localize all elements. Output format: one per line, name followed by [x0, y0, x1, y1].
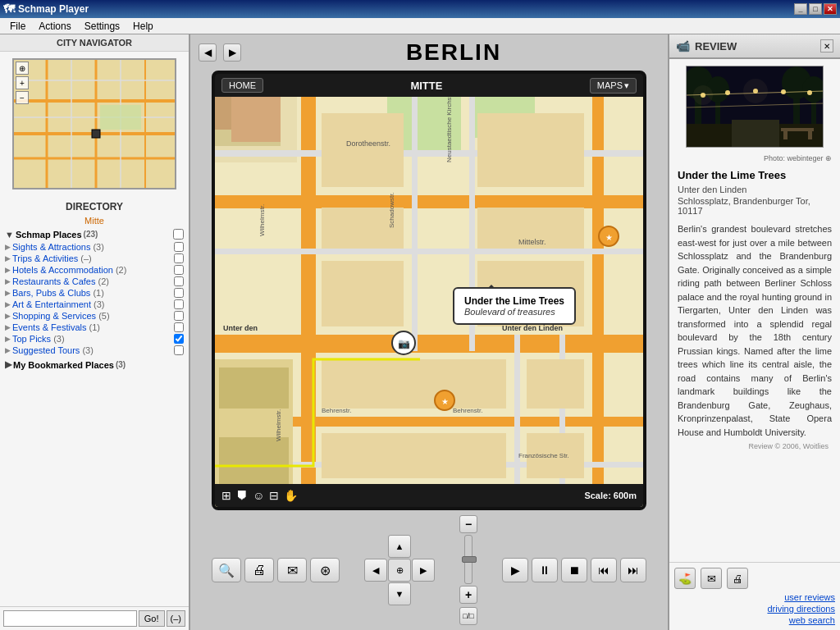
- category-arrow: ▶: [5, 266, 11, 274]
- ruler-icon[interactable]: ⊞: [221, 489, 231, 502]
- smile-icon[interactable]: ☺: [253, 489, 264, 502]
- category-checkbox[interactable]: [174, 288, 184, 298]
- category-hotels[interactable]: ▶ Hotels & Accommodation (2): [3, 264, 185, 276]
- category-arrow: ▶: [5, 312, 11, 320]
- category-events[interactable]: ▶ Events & Festivals (1): [3, 322, 185, 333]
- zoom-plus-button[interactable]: +: [459, 586, 477, 604]
- email-button[interactable]: ✉: [277, 558, 307, 582]
- nav-right-button[interactable]: ▶: [412, 559, 435, 582]
- map-container[interactable]: HOME MITTE MAPS ▾: [212, 71, 646, 510]
- fastforward-button[interactable]: ⏭: [620, 558, 646, 582]
- place-name: Under the Lime Trees: [678, 169, 832, 181]
- map-popup[interactable]: Under the Lime Trees Boulevard of treasu…: [453, 287, 576, 325]
- category-label: Hotels & Accommodation (2): [12, 265, 174, 275]
- minimize-button[interactable]: _: [794, 3, 807, 15]
- svg-rect-45: [219, 437, 289, 486]
- title-bar: 🗺 Schmap Player _ □ ✕: [0, 0, 840, 18]
- menu-actions[interactable]: Actions: [32, 19, 77, 34]
- zoom-slider-thumb[interactable]: [462, 556, 477, 563]
- category-checkbox[interactable]: [174, 276, 184, 286]
- svg-rect-33: [322, 113, 404, 187]
- svg-rect-85: [783, 131, 788, 139]
- svg-text:★: ★: [605, 233, 613, 242]
- schmap-places-group[interactable]: ▼ Schmap Places (23): [3, 227, 185, 241]
- category-restaurants[interactable]: ▶ Restaurants & Cafes (2): [3, 276, 185, 287]
- category-arrow: ▶: [5, 335, 11, 343]
- review-label: REVIEW: [695, 40, 737, 52]
- search-input[interactable]: [3, 610, 137, 627]
- search-bar: Go! (–): [0, 606, 189, 630]
- pin-icon[interactable]: ⛊: [236, 489, 248, 502]
- category-checkbox[interactable]: [174, 253, 184, 263]
- svg-text:Neustaedtische Kirchstr.: Neustaedtische Kirchstr.: [445, 97, 453, 162]
- category-checkbox[interactable]: [174, 334, 184, 344]
- nav-up-button[interactable]: ▲: [388, 535, 411, 558]
- print-button[interactable]: 🖨: [244, 558, 274, 582]
- category-checkbox[interactable]: [174, 322, 184, 332]
- mini-map[interactable]: ⊕ + −: [12, 58, 176, 189]
- dash-button[interactable]: (–): [167, 610, 185, 627]
- zoom-tool-button[interactable]: 🔍: [212, 558, 241, 582]
- category-checkbox[interactable]: [174, 265, 184, 275]
- category-bars[interactable]: ▶ Bars, Pubs & Clubs (1): [3, 287, 185, 299]
- nav-left-button[interactable]: ◀: [364, 559, 387, 582]
- maximize-button[interactable]: □: [809, 3, 822, 15]
- zoom-minus-button[interactable]: −: [459, 515, 477, 533]
- category-arrow: ▶: [5, 323, 11, 331]
- flag-button[interactable]: ⛳: [674, 568, 696, 589]
- pin-button[interactable]: ⊛: [310, 558, 340, 582]
- nav-down-button[interactable]: ▼: [388, 582, 411, 605]
- nav-center-button[interactable]: ⊕: [388, 559, 411, 582]
- bookmark-icon[interactable]: ⊟: [269, 489, 279, 502]
- go-button[interactable]: Go!: [139, 610, 165, 627]
- category-sights[interactable]: ▶ Sights & Attractions (3): [3, 241, 185, 253]
- zoom-slider[interactable]: [464, 535, 472, 584]
- mail-button[interactable]: ✉: [701, 568, 722, 589]
- bookmarked-arrow: ▶: [5, 359, 11, 370]
- back-button[interactable]: ◀: [199, 43, 217, 62]
- photo-credit: Photo: webinteger ⊕: [669, 154, 840, 164]
- category-art[interactable]: ▶ Art & Entertainment (3): [3, 299, 185, 310]
- map-header: ◀ ▶ BERLIN: [190, 34, 668, 71]
- map-home-button[interactable]: HOME: [221, 78, 263, 93]
- stop-button[interactable]: ⏹: [561, 558, 587, 582]
- bookmarked-places-group[interactable]: ▶ My Bookmarked Places (3): [3, 358, 185, 372]
- svg-point-83: [807, 90, 812, 95]
- category-checkbox[interactable]: [174, 242, 184, 252]
- map-svg: Dorotheenstr. Mittelstr. Unter den Unter…: [215, 97, 646, 510]
- pause-button[interactable]: ⏸: [532, 558, 558, 582]
- view-2d-button[interactable]: □/□: [459, 607, 477, 625]
- svg-text:Mittelstr.: Mittelstr.: [518, 238, 546, 246]
- schmap-places-label: Schmap Places: [16, 230, 82, 240]
- print-action-button[interactable]: 🖨: [727, 568, 748, 589]
- city-navigator-header: CITY NAVIGATOR: [0, 34, 189, 52]
- category-checkbox[interactable]: [174, 311, 184, 321]
- user-reviews-link[interactable]: user reviews: [784, 592, 835, 602]
- driving-directions-link[interactable]: driving directions: [767, 604, 835, 614]
- category-shopping[interactable]: ▶ Shopping & Services (5): [3, 310, 185, 322]
- category-tours[interactable]: ▶ Suggested Tours (3): [3, 345, 185, 356]
- menu-settings[interactable]: Settings: [78, 19, 126, 34]
- svg-point-80: [725, 90, 730, 95]
- web-search-link[interactable]: web search: [789, 615, 835, 625]
- menu-file[interactable]: File: [3, 19, 32, 34]
- category-checkbox[interactable]: [174, 345, 184, 355]
- rewind-button[interactable]: ⏮: [591, 558, 617, 582]
- hand-icon[interactable]: ✋: [284, 489, 298, 502]
- category-top[interactable]: ▶ Top Picks (3): [3, 333, 185, 345]
- close-button[interactable]: ✕: [824, 3, 837, 15]
- review-close-button[interactable]: ✕: [820, 39, 833, 52]
- schmap-places-checkbox[interactable]: [173, 229, 184, 240]
- category-trips[interactable]: ▶ Trips & Activities (–): [3, 253, 185, 264]
- svg-rect-19: [215, 97, 231, 130]
- map-compass[interactable]: ⊕: [16, 62, 29, 75]
- menu-help[interactable]: Help: [126, 19, 160, 34]
- map-zoom-in[interactable]: +: [16, 76, 29, 89]
- category-checkbox[interactable]: [174, 299, 184, 309]
- forward-button[interactable]: ▶: [223, 43, 241, 62]
- maps-dropdown-icon: ▾: [624, 80, 629, 91]
- map-zoom-out[interactable]: −: [16, 91, 29, 104]
- map-maps-button[interactable]: MAPS ▾: [590, 78, 637, 94]
- play-button[interactable]: ▶: [502, 558, 528, 582]
- svg-rect-12: [92, 130, 100, 138]
